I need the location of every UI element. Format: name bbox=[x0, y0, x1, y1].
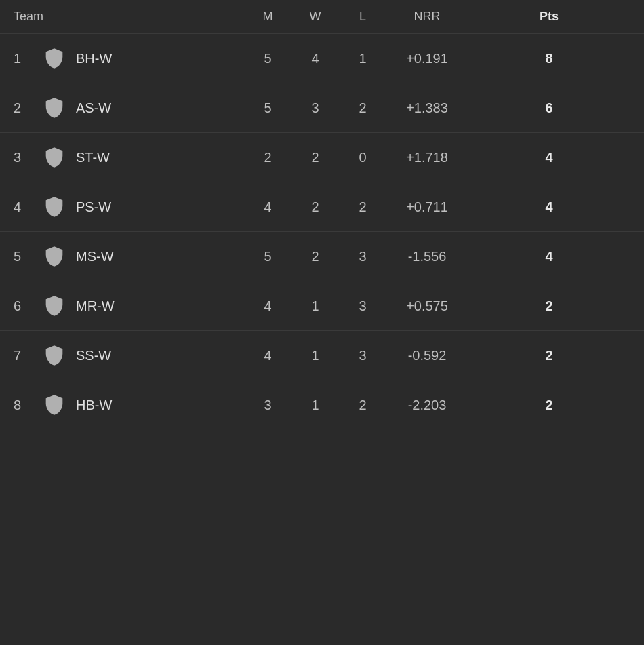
shield-icon bbox=[42, 294, 66, 318]
points: 2 bbox=[468, 348, 630, 364]
matches: 5 bbox=[244, 100, 291, 116]
shield-icon bbox=[42, 46, 66, 71]
team-name: MR-W bbox=[76, 298, 115, 314]
team-name: ST-W bbox=[76, 150, 110, 165]
wins: 2 bbox=[291, 199, 339, 215]
points: 4 bbox=[468, 249, 630, 265]
rank: 1 bbox=[14, 51, 33, 66]
losses: 3 bbox=[339, 298, 386, 314]
nrr: +0.575 bbox=[386, 298, 468, 314]
matches: 5 bbox=[244, 51, 291, 66]
wins: 3 bbox=[291, 100, 339, 116]
table-row: 2 AS-W 5 3 2 +1.383 6 bbox=[0, 83, 644, 133]
matches: 2 bbox=[244, 150, 291, 165]
nrr: +0.191 bbox=[386, 51, 468, 66]
standings-table: Team M W L NRR Pts 1 BH-W 5 4 1 +0.191 8 bbox=[0, 0, 644, 429]
losses: 2 bbox=[339, 100, 386, 116]
losses: 2 bbox=[339, 199, 386, 215]
matches: 4 bbox=[244, 199, 291, 215]
shield-icon bbox=[42, 244, 66, 269]
table-body: 1 BH-W 5 4 1 +0.191 8 2 bbox=[0, 34, 644, 429]
table-row: 8 HB-W 3 1 2 -2.203 2 bbox=[0, 380, 644, 429]
points: 8 bbox=[468, 51, 630, 66]
nrr: -0.592 bbox=[386, 348, 468, 364]
points: 2 bbox=[468, 298, 630, 314]
rank: 4 bbox=[14, 199, 33, 215]
team-cell: 8 HB-W bbox=[14, 393, 244, 417]
losses: 0 bbox=[339, 150, 386, 165]
nrr: -1.556 bbox=[386, 249, 468, 265]
team-name: AS-W bbox=[76, 100, 111, 116]
matches: 4 bbox=[244, 298, 291, 314]
table-row: 6 MR-W 4 1 3 +0.575 2 bbox=[0, 281, 644, 331]
table-header: Team M W L NRR Pts bbox=[0, 0, 644, 34]
wins: 2 bbox=[291, 249, 339, 265]
points: 4 bbox=[468, 199, 630, 215]
table-row: 3 ST-W 2 2 0 +1.718 4 bbox=[0, 133, 644, 182]
wins: 1 bbox=[291, 298, 339, 314]
rank: 6 bbox=[14, 298, 33, 314]
rank: 2 bbox=[14, 100, 33, 116]
matches: 5 bbox=[244, 249, 291, 265]
shield-icon bbox=[42, 393, 66, 417]
shield-icon bbox=[42, 343, 66, 368]
rank: 5 bbox=[14, 249, 33, 265]
shield-icon bbox=[42, 195, 66, 219]
team-name: SS-W bbox=[76, 348, 111, 364]
wins: 4 bbox=[291, 51, 339, 66]
table-row: 1 BH-W 5 4 1 +0.191 8 bbox=[0, 34, 644, 83]
team-name: BH-W bbox=[76, 51, 112, 66]
team-cell: 1 BH-W bbox=[14, 46, 244, 71]
losses: 1 bbox=[339, 51, 386, 66]
team-cell: 6 MR-W bbox=[14, 294, 244, 318]
header-nrr: NRR bbox=[386, 9, 468, 24]
rank: 3 bbox=[14, 150, 33, 165]
team-cell: 4 PS-W bbox=[14, 195, 244, 219]
header-m: M bbox=[244, 9, 291, 24]
matches: 4 bbox=[244, 348, 291, 364]
shield-icon bbox=[42, 145, 66, 170]
nrr: +0.711 bbox=[386, 199, 468, 215]
table-row: 4 PS-W 4 2 2 +0.711 4 bbox=[0, 182, 644, 232]
team-name: HB-W bbox=[76, 397, 112, 413]
team-cell: 3 ST-W bbox=[14, 145, 244, 170]
team-cell: 5 MS-W bbox=[14, 244, 244, 269]
team-name: MS-W bbox=[76, 249, 114, 265]
losses: 2 bbox=[339, 397, 386, 413]
rank: 7 bbox=[14, 348, 33, 364]
nrr: -2.203 bbox=[386, 397, 468, 413]
nrr: +1.383 bbox=[386, 100, 468, 116]
team-cell: 7 SS-W bbox=[14, 343, 244, 368]
points: 4 bbox=[468, 150, 630, 165]
table-row: 5 MS-W 5 2 3 -1.556 4 bbox=[0, 232, 644, 281]
header-team: Team bbox=[14, 9, 244, 24]
wins: 1 bbox=[291, 348, 339, 364]
team-cell: 2 AS-W bbox=[14, 96, 244, 120]
header-l: L bbox=[339, 9, 386, 24]
points: 6 bbox=[468, 100, 630, 116]
wins: 1 bbox=[291, 397, 339, 413]
wins: 2 bbox=[291, 150, 339, 165]
table-row: 7 SS-W 4 1 3 -0.592 2 bbox=[0, 331, 644, 380]
points: 2 bbox=[468, 397, 630, 413]
losses: 3 bbox=[339, 249, 386, 265]
rank: 8 bbox=[14, 397, 33, 413]
matches: 3 bbox=[244, 397, 291, 413]
losses: 3 bbox=[339, 348, 386, 364]
shield-icon bbox=[42, 96, 66, 120]
team-name: PS-W bbox=[76, 199, 111, 215]
header-pts: Pts bbox=[468, 9, 630, 24]
header-w: W bbox=[291, 9, 339, 24]
nrr: +1.718 bbox=[386, 150, 468, 165]
